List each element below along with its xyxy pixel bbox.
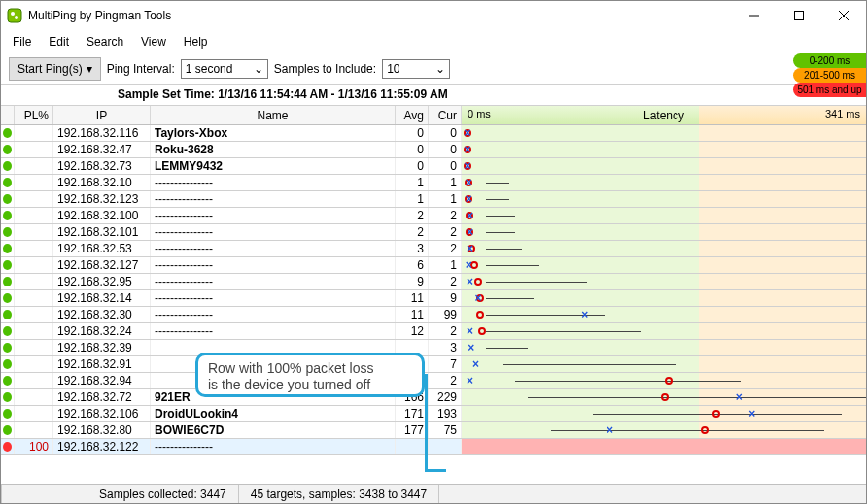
- avg-cell: 0: [396, 125, 429, 141]
- header-cur[interactable]: Cur: [429, 106, 462, 124]
- name-cell: ---------------: [151, 307, 396, 322]
- avg-marker-icon: [665, 377, 673, 385]
- cur-marker-icon: ×: [607, 423, 613, 437]
- status-cell: [1, 290, 15, 306]
- pl-cell: [15, 340, 53, 355]
- svg-rect-0: [8, 9, 21, 22]
- header-status[interactable]: [1, 106, 15, 124]
- pl-cell: [15, 257, 53, 273]
- avg-cell: 0: [396, 158, 429, 174]
- table-row[interactable]: 192.168.32.106DroidULookin4171193×: [1, 406, 866, 422]
- header-ip[interactable]: IP: [53, 106, 151, 124]
- table-row[interactable]: 192.168.32.917×: [1, 356, 866, 373]
- table-row[interactable]: 100192.168.32.122---------------: [1, 439, 866, 455]
- table-row[interactable]: 192.168.32.80BOWIE6C7D17775×: [1, 422, 866, 439]
- avg-marker-icon: [476, 311, 484, 319]
- cur-marker-icon: ×: [748, 407, 755, 420]
- status-cell: [1, 208, 15, 223]
- latency-cell: [462, 439, 866, 454]
- cur-marker-icon: ×: [466, 258, 472, 272]
- menu-search[interactable]: Search: [79, 32, 131, 51]
- table-row[interactable]: 192.168.32.14---------------119×: [1, 290, 866, 307]
- status-cell: [1, 257, 15, 273]
- latency-cell: ×: [462, 406, 866, 421]
- legend-green: 0-200 ms: [793, 53, 866, 68]
- cur-cell: 1: [429, 191, 462, 207]
- cur-cell: 7: [429, 356, 462, 372]
- table-row[interactable]: 192.168.32.101---------------22×: [1, 224, 866, 241]
- maximize-button[interactable]: [777, 1, 821, 30]
- minimize-button[interactable]: [732, 1, 777, 30]
- chevron-down-icon: ⌄: [254, 62, 263, 76]
- menu-file[interactable]: File: [5, 32, 39, 51]
- status-dot-green-icon: [3, 293, 12, 303]
- header-avg[interactable]: Avg: [396, 106, 429, 124]
- cur-marker-icon: ×: [467, 225, 473, 239]
- ip-cell: 192.168.32.72: [53, 389, 151, 405]
- pl-cell: [15, 422, 53, 438]
- table-row[interactable]: 192.168.32.30---------------1199×: [1, 307, 866, 323]
- table-row[interactable]: 192.168.32.73LEMMY943200×: [1, 158, 866, 175]
- table-row[interactable]: 192.168.32.116Taylors-Xbox00×: [1, 125, 866, 142]
- name-cell: ---------------: [151, 274, 396, 289]
- menu-view[interactable]: View: [133, 32, 174, 51]
- latency-legend: 0-200 ms 201-500 ms 501 ms and up: [793, 53, 866, 97]
- header-name[interactable]: Name: [151, 106, 396, 124]
- pl-cell: [15, 125, 53, 141]
- name-cell: ---------------: [151, 241, 396, 256]
- cur-cell: 1: [429, 175, 462, 190]
- pl-cell: [15, 323, 53, 339]
- status-dot-green-icon: [3, 392, 12, 402]
- sample-set-time: Sample Set Time: 1/13/16 11:54:44 AM - 1…: [1, 85, 866, 106]
- avg-marker-icon: [478, 327, 486, 335]
- name-cell: ---------------: [151, 175, 396, 190]
- table-row[interactable]: 192.168.32.72921ER166229×: [1, 389, 866, 406]
- header-latency[interactable]: 0 ms Latency 341 ms: [462, 106, 866, 124]
- status-cell: [1, 142, 15, 157]
- name-cell: ---------------: [151, 323, 396, 339]
- cur-cell: 3: [429, 340, 462, 355]
- ip-cell: 192.168.32.39: [53, 340, 151, 355]
- legend-red: 501 ms and up: [793, 83, 866, 97]
- status-dot-green-icon: [3, 409, 12, 419]
- table-row[interactable]: 192.168.32.127---------------61×: [1, 257, 866, 274]
- name-cell: ---------------: [151, 224, 396, 240]
- status-cell: [1, 224, 15, 240]
- table-row[interactable]: 192.168.32.393×: [1, 340, 866, 356]
- status-dot-green-icon: [3, 128, 12, 138]
- cur-cell: 229: [429, 389, 462, 405]
- table-row[interactable]: 192.168.32.10---------------11×: [1, 175, 866, 191]
- menu-edit[interactable]: Edit: [41, 32, 77, 51]
- chevron-down-icon: ▾: [87, 62, 92, 76]
- table-row[interactable]: 192.168.32.942×: [1, 373, 866, 389]
- status-cell: [1, 274, 15, 289]
- latency-cell: ×: [462, 422, 866, 438]
- pl-cell: [15, 389, 53, 405]
- ip-cell: 192.168.32.116: [53, 125, 151, 141]
- table-row[interactable]: 192.168.32.95---------------92×: [1, 274, 866, 290]
- samples-include-select[interactable]: 10 ⌄: [382, 59, 450, 79]
- table-row[interactable]: 192.168.32.100---------------22×: [1, 208, 866, 224]
- ip-cell: 192.168.32.73: [53, 158, 151, 174]
- latency-cell: ×: [462, 241, 866, 256]
- header-pl[interactable]: PL%: [15, 106, 53, 124]
- pl-cell: [15, 175, 53, 190]
- toolbar: Start Ping(s) ▾ Ping Interval: 1 second …: [1, 53, 866, 85]
- pl-cell: [15, 307, 53, 322]
- avg-cell: 2: [396, 208, 429, 223]
- cur-marker-icon: ×: [467, 242, 473, 255]
- pl-cell: [15, 224, 53, 240]
- start-pings-button[interactable]: Start Ping(s) ▾: [9, 57, 101, 81]
- app-window: MultiPing by Pingman Tools File Edit Sea…: [0, 0, 867, 504]
- legend-orange: 201-500 ms: [793, 68, 866, 83]
- chevron-down-icon: ⌄: [435, 62, 445, 76]
- table-row[interactable]: 192.168.32.47Roku-362800×: [1, 142, 866, 158]
- cur-cell: 2: [429, 224, 462, 240]
- table-row[interactable]: 192.168.32.123---------------11×: [1, 191, 866, 208]
- table-row[interactable]: 192.168.32.24---------------122×: [1, 323, 866, 340]
- menu-help[interactable]: Help: [176, 32, 216, 51]
- latency-cell: ×: [462, 158, 866, 174]
- close-button[interactable]: [821, 1, 866, 30]
- ping-interval-select[interactable]: 1 second ⌄: [181, 59, 268, 79]
- table-row[interactable]: 192.168.32.53---------------32×: [1, 241, 866, 257]
